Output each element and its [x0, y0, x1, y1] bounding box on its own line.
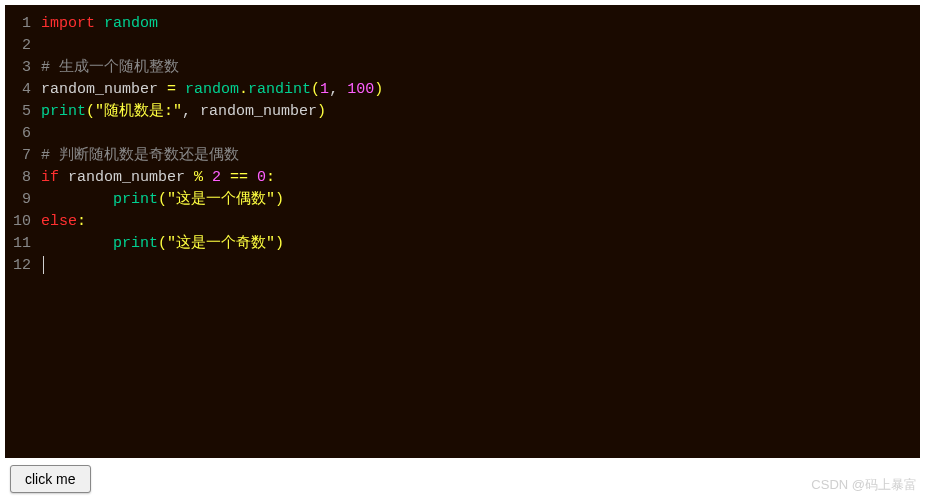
click-me-button[interactable]: click me: [10, 465, 91, 493]
code-line[interactable]: 10else:: [5, 211, 920, 233]
line-number: 4: [5, 79, 41, 101]
line-number: 12: [5, 255, 41, 277]
code-line[interactable]: 4random_number = random.randint(1, 100): [5, 79, 920, 101]
line-number: 7: [5, 145, 41, 167]
line-number: 6: [5, 123, 41, 145]
line-number: 11: [5, 233, 41, 255]
line-number: 5: [5, 101, 41, 123]
code-editor[interactable]: 1import random23# 生成一个随机整数4random_number…: [5, 5, 920, 458]
code-line[interactable]: 1import random: [5, 13, 920, 35]
code-line[interactable]: 3# 生成一个随机整数: [5, 57, 920, 79]
line-number: 8: [5, 167, 41, 189]
code-content[interactable]: if random_number % 2 == 0:: [41, 167, 275, 189]
code-line[interactable]: 12: [5, 255, 920, 277]
code-content[interactable]: print("这是一个偶数"): [41, 189, 284, 211]
code-content[interactable]: import random: [41, 13, 158, 35]
code-content[interactable]: random_number = random.randint(1, 100): [41, 79, 383, 101]
code-line[interactable]: 11 print("这是一个奇数"): [5, 233, 920, 255]
code-line[interactable]: 9 print("这是一个偶数"): [5, 189, 920, 211]
code-content[interactable]: [41, 255, 44, 277]
watermark-text: CSDN @码上暴富: [811, 476, 917, 494]
line-number: 3: [5, 57, 41, 79]
code-line[interactable]: 8if random_number % 2 == 0:: [5, 167, 920, 189]
line-number: 10: [5, 211, 41, 233]
code-content[interactable]: print("随机数是:", random_number): [41, 101, 326, 123]
code-content[interactable]: print("这是一个奇数"): [41, 233, 284, 255]
code-line[interactable]: 5print("随机数是:", random_number): [5, 101, 920, 123]
code-line[interactable]: 7# 判断随机数是奇数还是偶数: [5, 145, 920, 167]
text-cursor: [43, 256, 44, 274]
code-content[interactable]: # 生成一个随机整数: [41, 57, 179, 79]
line-number: 2: [5, 35, 41, 57]
line-number: 9: [5, 189, 41, 211]
code-line[interactable]: 2: [5, 35, 920, 57]
code-content[interactable]: else:: [41, 211, 86, 233]
code-content[interactable]: # 判断随机数是奇数还是偶数: [41, 145, 239, 167]
line-number: 1: [5, 13, 41, 35]
code-line[interactable]: 6: [5, 123, 920, 145]
button-area: click me: [10, 465, 91, 493]
